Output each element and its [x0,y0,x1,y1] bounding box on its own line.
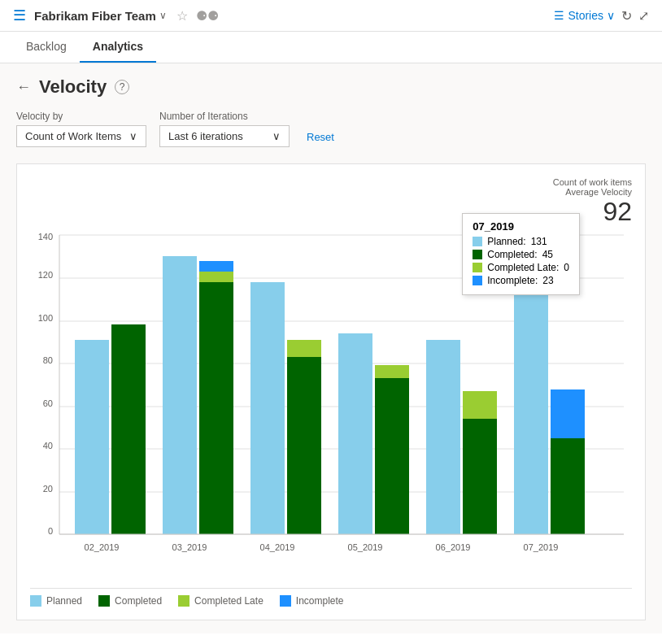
bar-03-completed [199,282,233,534]
team-chevron-icon[interactable]: ∨ [159,10,167,21]
chart-container: Count of work items Average Velocity 92 … [16,163,646,620]
tooltip-incomplete-label: Incomplete: [487,275,538,286]
expand-icon[interactable]: ⤢ [638,8,649,24]
tooltip-planned-color [473,237,482,246]
stories-button[interactable]: ☰ Stories ∨ [554,9,615,22]
svg-text:03_2019: 03_2019 [172,542,207,552]
reset-button[interactable]: Reset [303,127,338,147]
app-icon: ☰ [13,7,26,24]
legend-completed-late-color [178,595,189,607]
bar-03-completed-late [199,272,233,282]
svg-text:07_2019: 07_2019 [524,542,559,552]
svg-text:100: 100 [38,313,53,323]
velocity-header: ← Velocity ? [16,76,646,98]
velocity-by-control: Velocity by Count of Work Items ∨ [16,111,146,147]
stories-chevron-icon: ∨ [607,9,615,22]
tooltip-incomplete-row: Incomplete: 23 [473,275,569,286]
iterations-label: Number of Iterations [159,111,290,122]
svg-text:02_2019: 02_2019 [85,542,120,552]
tooltip-completed-label: Completed: [487,249,537,260]
tooltip-incomplete-value: 23 [542,275,553,286]
tooltip-incomplete-color [473,276,482,285]
tooltip-completed-value: 45 [542,249,553,260]
team-members-icon[interactable]: ⚈⚈ [196,8,219,24]
favorite-icon[interactable]: ☆ [176,8,188,24]
bar-03-planned [163,256,197,534]
bar-02-completed [111,324,146,534]
refresh-icon[interactable]: ↻ [621,8,632,24]
nav-tabs: Backlog Analytics [0,32,662,63]
bar-02-planned [75,340,109,534]
iterations-dropdown[interactable]: Last 6 iterations ∨ [159,125,290,147]
tab-backlog[interactable]: Backlog [13,32,80,63]
tooltip-completed-row: Completed: 45 [473,249,569,260]
svg-text:0: 0 [48,526,53,536]
avg-label: Average Velocity [565,187,632,197]
legend-planned: Planned [30,595,82,607]
back-button[interactable]: ← [16,79,31,96]
bar-06-completed [463,419,497,534]
bar-04-completed [287,357,321,534]
header: ☰ Fabrikam Fiber Team ∨ ☆ ⚈⚈ ☰ Stories ∨… [0,0,662,32]
bar-05-completed [375,378,409,534]
tab-analytics[interactable]: Analytics [80,32,156,63]
iterations-chevron-icon: ∨ [272,130,281,142]
chart-tooltip: 07_2019 Planned: 131 Completed: 45 Compl… [462,213,580,295]
legend-completed: Completed [98,595,162,607]
tooltip-title: 07_2019 [473,220,569,233]
avg-value: 92 [603,197,632,226]
bar-07-completed [551,438,585,534]
legend-completed-color [98,595,110,607]
bar-04-completed-late [287,340,321,357]
tooltip-planned-value: 131 [531,236,547,247]
tooltip-completed-color [473,250,482,259]
bar-05-planned [338,333,372,534]
stories-icon: ☰ [554,9,564,22]
svg-text:120: 120 [38,270,53,280]
bar-05-completed-late [375,365,409,378]
svg-text:05_2019: 05_2019 [348,542,383,552]
legend-planned-label: Planned [46,595,82,607]
bar-07-incomplete [551,389,585,438]
page-title: Velocity [39,76,107,98]
velocity-by-label: Velocity by [16,111,146,122]
chart-legend: Planned Completed Completed Late Incompl… [30,588,632,607]
svg-text:80: 80 [43,355,53,365]
tooltip-planned-row: Planned: 131 [473,236,569,247]
legend-incomplete-label: Incomplete [296,595,344,607]
svg-text:20: 20 [43,484,53,494]
main-content: ← Velocity ? Velocity by Count of Work I… [0,63,662,633]
iterations-control: Number of Iterations Last 6 iterations ∨ [159,111,290,147]
svg-text:140: 140 [38,233,53,242]
header-actions: ☰ Stories ∨ ↻ ⤢ [554,8,649,24]
bar-06-planned [426,340,460,534]
svg-text:04_2019: 04_2019 [260,542,295,552]
legend-completed-label: Completed [115,595,162,607]
help-icon[interactable]: ? [115,80,129,94]
tooltip-completed-late-color [473,263,482,272]
legend-incomplete: Incomplete [280,595,344,607]
team-name: Fabrikam Fiber Team [34,9,156,23]
bar-06-completed-late [463,391,497,419]
bar-07-planned [514,255,548,534]
legend-completed-late-label: Completed Late [194,595,263,607]
velocity-by-value: Count of Work Items [25,130,121,142]
chart-summary-label: Count of work items Average Velocity [30,177,632,197]
legend-completed-late: Completed Late [178,595,263,607]
svg-text:40: 40 [43,441,53,450]
svg-text:06_2019: 06_2019 [436,542,471,552]
tooltip-planned-label: Planned: [487,236,525,247]
iterations-value: Last 6 iterations [168,130,243,142]
velocity-by-dropdown[interactable]: Count of Work Items ∨ [16,125,146,147]
legend-incomplete-color [280,595,291,607]
legend-planned-color [30,595,41,607]
bar-04-planned [250,282,285,534]
svg-text:60: 60 [43,398,53,408]
tooltip-completed-late-label: Completed Late: [487,262,559,273]
controls: Velocity by Count of Work Items ∨ Number… [16,111,646,147]
tooltip-completed-late-value: 0 [564,262,569,273]
count-label: Count of work items [553,177,632,187]
velocity-by-chevron-icon: ∨ [129,130,137,142]
stories-label: Stories [568,9,603,22]
bar-03-incomplete [199,261,233,272]
